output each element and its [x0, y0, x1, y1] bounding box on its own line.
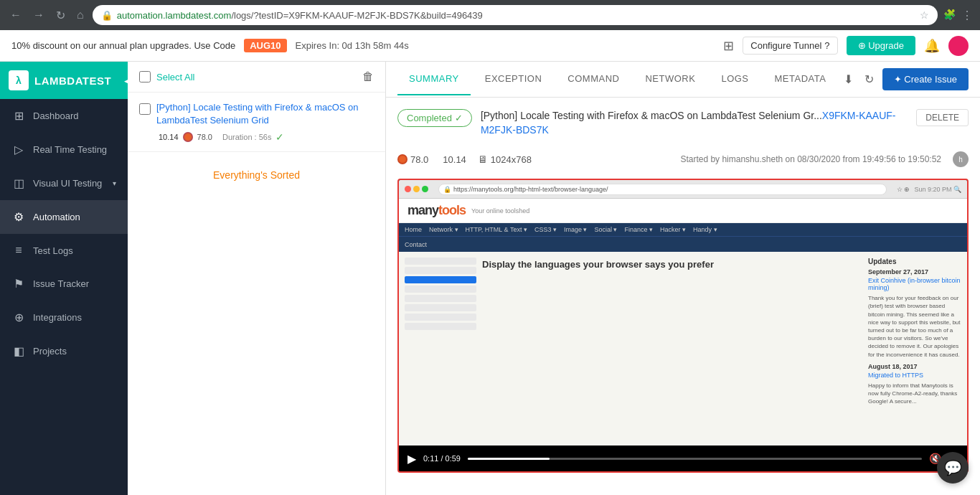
browser-bar: ← → ↻ ⌂ 🔒 automation.lambdatest.com/logs… [0, 0, 980, 30]
mock-close-dot [405, 186, 411, 192]
test-result-title: [Python] Locale Testing with Firefox & m… [481, 109, 908, 137]
chevron-down-icon: ▾ [113, 179, 116, 187]
test-item[interactable]: [Python] Locale Testing with Firefox & m… [128, 93, 385, 152]
logo-text: LAMBDATEST [34, 75, 111, 87]
tab-network[interactable]: NETWORK [633, 63, 707, 95]
delete-result-button[interactable]: DELETE [916, 109, 969, 126]
refresh-button[interactable]: ↻ [862, 70, 877, 89]
sidebar-item-label: Test Logs [33, 245, 73, 256]
select-all-checkbox[interactable] [139, 71, 151, 82]
user-avatar[interactable] [948, 36, 969, 56]
sidebar-logo: λ LAMBDATEST ◀ [0, 62, 128, 99]
mock-update-2-date: August 18, 2017 [868, 363, 961, 370]
video-time: 0:11 / 0:59 [423, 454, 461, 463]
mock-sidebar-item-3 [405, 286, 476, 293]
expires-text: Expires In: 0d 13h 58m 44s [296, 40, 409, 51]
test-result-header: Completed ✓ [Python] Locale Testing with… [397, 109, 969, 137]
mock-browser: 🔒 https://manytools.org/http-html-text/b… [399, 180, 967, 446]
test-item-checkbox[interactable] [139, 103, 151, 115]
mock-update-1-text: Thank you for your feedback on our (brie… [868, 294, 961, 359]
star-icon: ☆ [920, 9, 929, 21]
sidebar-item-issue-tracker[interactable]: ⚑ Issue Tracker [0, 267, 128, 301]
tab-metadata[interactable]: METADATA [763, 63, 838, 95]
tabs-actions: ⬇ ↻ ✦ Create Issue [841, 68, 969, 90]
mock-time: Sun 9:20 PM 🔍 [914, 186, 961, 193]
home-button[interactable]: ⌂ [74, 6, 87, 24]
issue-tracker-icon: ⚑ [11, 277, 26, 291]
sidebar-item-automation[interactable]: ⚙ Automation [0, 200, 128, 234]
sidebar-item-integrations[interactable]: ⊕ Integrations [0, 301, 128, 334]
mock-page: manytools Your online toolshed Home Netw… [399, 199, 967, 446]
sidebar-item-projects[interactable]: ◧ Projects [0, 334, 128, 368]
mock-right-sidebar: Updates September 27, 2017 Exit Coinhive… [868, 258, 961, 440]
sidebar-item-dashboard[interactable]: ⊞ Dashboard [0, 99, 128, 133]
main-body: λ LAMBDATEST ◀ ⊞ Dashboard ▷ Real Time T… [0, 62, 980, 495]
reload-button[interactable]: ↻ [53, 6, 68, 25]
mock-left-sidebar [405, 258, 476, 440]
mock-traffic-lights [405, 186, 428, 192]
sidebar-item-label: Issue Tracker [33, 278, 89, 289]
menu-icon[interactable]: ⋮ [961, 9, 973, 22]
sidebar-item-label: Integrations [33, 312, 82, 323]
mock-update-2-link: Migrated to HTTPS [868, 372, 961, 379]
mock-logo: manytools [407, 203, 466, 218]
test-item-info: [Python] Locale Testing with Firefox & m… [156, 101, 374, 143]
progress-bar[interactable] [468, 458, 922, 460]
logo-icon: λ [9, 70, 29, 90]
forward-button[interactable]: → [30, 6, 47, 24]
sidebar-toggle[interactable]: ◀ [121, 73, 128, 88]
pass-icon: ✓ [275, 131, 284, 143]
os-badge: 10.14 [156, 133, 179, 141]
projects-icon: ◧ [11, 344, 26, 358]
tab-exception[interactable]: EXCEPTION [473, 63, 554, 95]
mock-update-1-date: September 27, 2017 [868, 268, 961, 275]
sidebar-item-test-logs[interactable]: ≡ Test Logs [0, 234, 128, 267]
mock-browser-chrome: 🔒 https://manytools.org/http-html-text/b… [399, 180, 967, 199]
tab-command[interactable]: COMMAND [556, 63, 631, 95]
test-list-header: Select All 🗑 [128, 62, 385, 93]
mock-nav-contact: Contact [405, 241, 427, 248]
content-area: Select All 🗑 [Python] Locale Testing wit… [128, 62, 980, 495]
sidebar-item-label: Real Time Testing [33, 144, 107, 155]
mock-nav-network: Network ▾ [429, 226, 458, 233]
real-time-testing-icon: ▷ [11, 143, 26, 156]
bell-icon[interactable]: 🔔 [924, 38, 940, 54]
sidebar-item-real-time-testing[interactable]: ▷ Real Time Testing [0, 133, 128, 166]
mock-nav-image: Image ▾ [564, 226, 588, 233]
right-panel: SUMMARY EXCEPTION COMMAND NETWORK LOGS M… [386, 62, 980, 495]
progress-fill [468, 458, 550, 460]
mock-update-1-link: Exit Coinhive (in-browser bitcoin mining… [868, 277, 961, 291]
back-button[interactable]: ← [7, 6, 24, 24]
visual-ui-testing-icon: ◫ [11, 176, 26, 190]
download-button[interactable]: ⬇ [841, 70, 856, 89]
firefox-icon [397, 154, 407, 164]
app-container: 10% discount on our annual plan upgrades… [0, 30, 980, 495]
tab-logs[interactable]: LOGS [710, 63, 760, 95]
mock-sidebar-item-active [405, 276, 476, 283]
browser-actions: 🧩 ⋮ [943, 9, 973, 22]
tab-summary[interactable]: SUMMARY [397, 63, 471, 95]
delete-button[interactable]: 🗑 [362, 70, 374, 83]
upgrade-button[interactable]: ⊕ Upgrade [847, 36, 915, 55]
test-meta-row: 78.0 10.14 🖥 1024x768 Started by himansh… [397, 146, 969, 173]
all-link[interactable]: All [184, 72, 194, 82]
mock-sidebar-item-4 [405, 295, 476, 302]
mock-main: Display the languages your browser says … [399, 252, 967, 446]
mock-sidebar-item-2 [405, 267, 476, 274]
sidebar: λ LAMBDATEST ◀ ⊞ Dashboard ▷ Real Time T… [0, 62, 128, 495]
chat-bubble[interactable]: 💬 [937, 452, 969, 484]
select-all-label: Select All [156, 72, 357, 82]
configure-tunnel-button[interactable]: Configure Tunnel ? [743, 37, 837, 55]
mock-nav-finance: Finance ▾ [624, 226, 653, 233]
create-issue-button[interactable]: ✦ Create Issue [882, 68, 969, 90]
mock-minimize-dot [413, 186, 420, 192]
meta-firefox: 78.0 [397, 154, 428, 165]
play-button[interactable]: ▶ [407, 452, 416, 466]
discount-code: AUG10 [244, 39, 286, 52]
sidebar-item-visual-ui-testing[interactable]: ◫ Visual UI Testing ▾ [0, 166, 128, 200]
mock-updates-heading: Updates [868, 258, 961, 265]
grid-icon[interactable]: ⊞ [723, 38, 734, 54]
mock-sidebar-item-1 [405, 258, 476, 265]
help-icon: ? [824, 40, 829, 51]
url-bar[interactable]: 🔒 automation.lambdatest.com/logs/?testID… [93, 5, 938, 25]
